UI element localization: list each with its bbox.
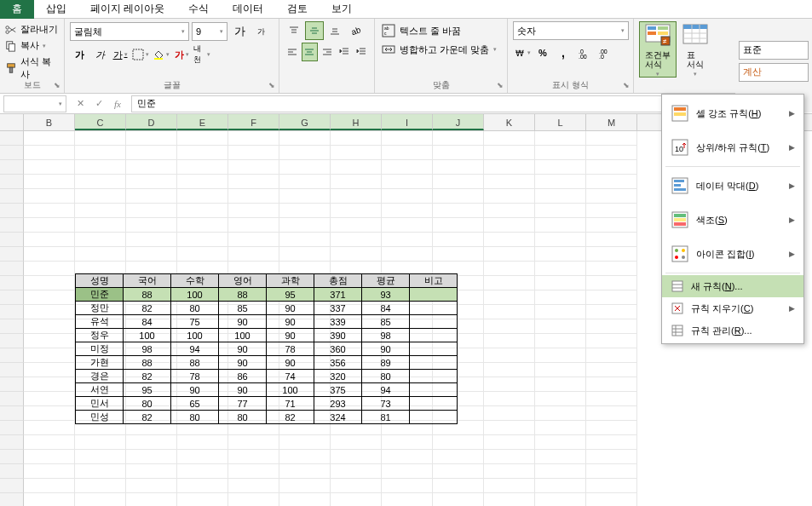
row-header[interactable] — [0, 334, 24, 348]
table-cell[interactable] — [410, 342, 458, 356]
cell[interactable] — [177, 189, 228, 204]
cell[interactable] — [126, 233, 177, 247]
cell[interactable] — [126, 175, 177, 189]
cell[interactable] — [24, 305, 75, 319]
cell[interactable] — [75, 160, 126, 175]
cell[interactable] — [484, 204, 535, 218]
cell[interactable] — [331, 131, 382, 146]
table-cell[interactable]: 민성 — [76, 411, 124, 424]
row-header[interactable] — [0, 406, 24, 421]
row-header[interactable] — [0, 493, 24, 506]
conditional-formatting-button[interactable]: ≠ 조건부 서식▾ — [639, 21, 677, 78]
cell[interactable] — [586, 290, 637, 305]
table-cell[interactable]: 71 — [267, 397, 314, 411]
cell[interactable] — [75, 493, 126, 506]
row-header[interactable] — [0, 479, 24, 493]
cell[interactable] — [75, 131, 126, 146]
cell[interactable] — [228, 233, 279, 247]
cell[interactable] — [433, 175, 484, 189]
phonetic-button[interactable]: 내천 — [193, 45, 211, 64]
cell[interactable] — [177, 160, 228, 175]
cell[interactable] — [126, 160, 177, 175]
cell[interactable] — [535, 406, 586, 421]
cell[interactable] — [433, 160, 484, 175]
cell[interactable] — [586, 421, 637, 435]
row-header[interactable] — [0, 435, 24, 450]
grow-font-button[interactable]: 가 — [230, 22, 249, 41]
column-header-B[interactable]: B — [24, 114, 75, 130]
cell[interactable] — [484, 262, 535, 276]
table-cell[interactable]: 371 — [314, 288, 362, 302]
cell[interactable] — [24, 479, 75, 493]
table-cell[interactable]: 정만 — [76, 302, 124, 315]
table-header[interactable]: 평균 — [362, 274, 410, 288]
table-row[interactable]: 경은8278867432080 — [76, 370, 458, 383]
table-cell[interactable]: 84 — [362, 302, 410, 315]
column-header-F[interactable]: F — [228, 114, 279, 130]
cell[interactable] — [279, 189, 331, 204]
cell[interactable] — [484, 348, 535, 363]
cell[interactable] — [586, 276, 637, 290]
table-cell[interactable] — [410, 288, 458, 302]
cell[interactable] — [177, 175, 228, 189]
wrap-text-button[interactable]: abc 텍스트 줄 바꿈 — [380, 21, 502, 40]
table-cell[interactable]: 100 — [171, 329, 219, 342]
cell[interactable] — [24, 334, 75, 348]
cell[interactable] — [331, 493, 382, 506]
cf-color-scales[interactable]: 색조(S) ▶ — [662, 203, 803, 237]
table-row[interactable]: 민준88100889537193 — [76, 288, 458, 302]
table-cell[interactable]: 86 — [219, 370, 267, 383]
table-cell[interactable]: 정우 — [76, 329, 124, 342]
cf-manage-rules[interactable]: 규칙 관리(R)... — [662, 319, 803, 342]
cell[interactable] — [535, 189, 586, 204]
cell[interactable] — [75, 450, 126, 464]
column-header-G[interactable]: G — [279, 114, 331, 130]
border-button[interactable] — [131, 45, 150, 64]
cell[interactable] — [75, 175, 126, 189]
tab-home[interactable]: 홈 — [0, 0, 34, 19]
cell[interactable] — [433, 233, 484, 247]
cell[interactable] — [24, 421, 75, 435]
table-cell[interactable]: 80 — [171, 302, 219, 315]
cell[interactable] — [382, 175, 433, 189]
table-header[interactable]: 총점 — [314, 274, 362, 288]
table-cell[interactable]: 90 — [267, 329, 314, 342]
align-bottom-button[interactable] — [325, 21, 344, 40]
table-header[interactable]: 비고 — [410, 274, 458, 288]
column-header-J[interactable]: J — [433, 114, 484, 130]
cell[interactable] — [24, 131, 75, 146]
cell[interactable] — [382, 146, 433, 160]
tab-review[interactable]: 검토 — [275, 0, 320, 19]
cell[interactable] — [177, 247, 228, 262]
cell[interactable] — [433, 450, 484, 464]
cell[interactable] — [331, 204, 382, 218]
cell[interactable] — [24, 175, 75, 189]
clipboard-dialog-launcher[interactable]: ⬊ — [52, 81, 62, 91]
table-cell[interactable]: 민준 — [76, 288, 124, 302]
cell[interactable] — [75, 435, 126, 450]
cell[interactable] — [331, 479, 382, 493]
cell[interactable] — [24, 233, 75, 247]
tab-view[interactable]: 보기 — [320, 0, 364, 19]
cell[interactable] — [75, 247, 126, 262]
table-cell[interactable]: 390 — [314, 329, 362, 342]
table-cell[interactable]: 293 — [314, 397, 362, 411]
cell[interactable] — [177, 131, 228, 146]
tab-formulas[interactable]: 수식 — [176, 0, 221, 19]
cell[interactable] — [484, 464, 535, 479]
row-header[interactable] — [0, 204, 24, 218]
cell[interactable] — [586, 363, 637, 377]
cell[interactable] — [228, 131, 279, 146]
cell[interactable] — [228, 189, 279, 204]
table-cell[interactable]: 82 — [124, 411, 171, 424]
cell[interactable] — [126, 450, 177, 464]
table-header[interactable]: 영어 — [219, 274, 267, 288]
cell[interactable] — [279, 233, 331, 247]
cell[interactable] — [24, 204, 75, 218]
table-cell[interactable]: 82 — [267, 411, 314, 424]
table-cell[interactable]: 85 — [362, 315, 410, 329]
cell[interactable] — [177, 218, 228, 233]
cell[interactable] — [331, 233, 382, 247]
cell[interactable] — [586, 377, 637, 392]
cell[interactable] — [535, 305, 586, 319]
